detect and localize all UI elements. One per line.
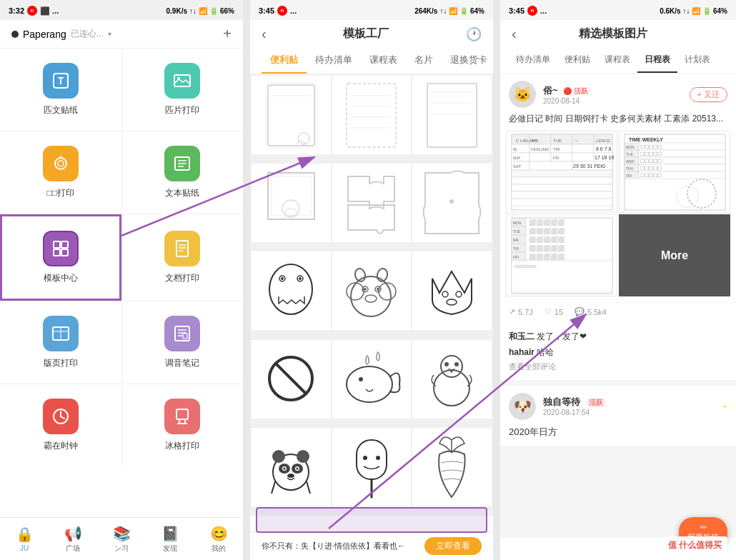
template-4[interactable] [252,164,331,242]
s3-tab-daily[interactable]: 日程表 [637,48,677,73]
svg-text:IE: IE [513,147,517,151]
action-like[interactable]: ♡ 15 [544,307,563,316]
action-share[interactable]: ↗ 5.7J [509,307,533,316]
template-thumb-3[interactable]: MON TUE WE TIR FRI ⬜⬜⬜⬜⬜ ⬜⬜⬜⬜⬜ [506,214,617,296]
template-6[interactable] [412,164,492,242]
template-8[interactable] [332,251,412,330]
back-button[interactable]: ‹ [262,26,267,42]
template-7[interactable] [252,251,331,330]
add-button[interactable]: + [223,26,232,42]
svg-rect-116 [572,153,594,161]
view-all-comments[interactable]: 查看全部评论 [509,360,727,374]
follow-button-1[interactable]: + 又迁 [690,87,727,102]
template-14[interactable] [332,428,412,506]
svg-rect-15 [176,241,188,256]
tab-sticker[interactable]: 便利贴 [262,48,307,74]
timestamp-2: 2020-08-17:54 [543,409,715,416]
svg-rect-125 [512,177,612,184]
action-comment[interactable]: 💬 5.5k4 [575,307,607,316]
post-2-header: 🐶 独自等待 活跃 2020-08-17:54 - [509,393,727,420]
svg-text:⬜⬜⬜⬜⬜: ⬜⬜⬜⬜⬜ [529,244,565,251]
svg-rect-127 [512,191,612,199]
post-1-comments: 和玉二 发了，发了❤ hahair 哈哈 查看全部评论 [500,324,736,380]
grid-item-page-print[interactable]: 版页打印 [0,301,121,384]
svg-rect-126 [512,184,612,191]
view-now-button[interactable]: 立即查看 [424,537,482,555]
template-thumb-1[interactable]: C LIBLARY NO. TUE --- LENCE IE FEELING T… [506,131,617,213]
template-thumb-2[interactable]: TIME WEEKLY MON ☐☐☐☐☐ TUE ☐☐☐☐☐ [619,131,730,213]
nav-item-home[interactable]: 🔒 JU [16,526,34,552]
clock-history-button[interactable]: 🕐 [466,26,482,42]
screen1-paperang: 3:32 n ⬛ ... 0.9K/s ↑↓ 📶 🔋 66% Paperang … [0,0,243,560]
username-1: 俗~ 🔴 活跃 [543,84,682,97]
grid-item-text-sticker2[interactable]: 文本贴纸 [122,131,244,214]
plaza-icon: 📢 [64,525,82,542]
s3-tab-plan[interactable]: 计划表 [677,48,717,73]
s1-logo: Paperang 已连心... ▾ [11,28,111,40]
tab-todo[interactable]: 待办清单 [307,48,361,74]
user-avatar-1: 🐱 [509,81,536,108]
s3-tab-todo[interactable]: 待办清单 [509,48,557,73]
svg-rect-121 [529,161,572,170]
svg-point-47 [285,209,297,216]
user-avatar-2: 🐶 [509,393,536,420]
template-thumb-more[interactable]: More [619,214,730,296]
grid-item-text-sticker[interactable]: T 匹文贴纸 [0,49,121,131]
s3-title: 精选模板图片 [579,26,647,41]
nav-item-discover[interactable]: 📓 发现 [161,525,179,554]
template-11[interactable] [332,340,412,419]
clock-label: 霸在时钟 [44,440,78,452]
grid-item-clock[interactable]: 霸在时钟 [0,384,121,466]
tab-card[interactable]: 名片 [406,48,442,74]
template-13[interactable] [252,428,331,506]
template-10[interactable] [252,340,331,419]
template-12[interactable] [412,340,492,419]
svg-text:LENCE: LENCE [596,139,610,143]
bookmark-button[interactable]: - [722,398,727,414]
template-grid [250,74,493,516]
timestamp-1: 2020-08-14 [543,97,682,105]
svg-text:☐☐☐☐☐: ☐☐☐☐☐ [640,173,662,178]
grid-item-ice-print[interactable]: 冰格打印 [122,384,244,466]
clock-icon [43,399,79,434]
ice-print-label: 冰格打印 [165,440,199,452]
svg-point-53 [299,277,302,280]
tab-schedule[interactable]: 课程表 [361,48,406,74]
template-center-label: 模板中心 [44,272,78,284]
template-5[interactable] [332,164,412,242]
template-15[interactable] [412,428,492,506]
template-2[interactable] [332,76,412,154]
s3-tab-schedule[interactable]: 课程表 [597,48,637,73]
back-button-s3[interactable]: ‹ [512,26,517,42]
svg-text:8  6  7  8: 8 6 7 8 [596,146,612,151]
nav-item-profile[interactable]: 😊 我的 [210,525,228,554]
grid-item-template-center[interactable]: 模板中心 [0,214,121,301]
tab-return[interactable]: 退换货卡 [442,48,493,74]
nav-item-plaza[interactable]: 📢 广场 [64,525,82,554]
svg-text:⬜⬜⬜⬜⬜: ⬜⬜⬜⬜⬜ [529,219,565,226]
s2-header: ‹ 模板工厂 🕐 [250,20,493,48]
template-3[interactable] [412,76,492,154]
status-time-1: 3:32 n ⬛ ... [9,6,59,16]
svg-text:⬜⬜⬜⬜⬜: ⬜⬜⬜⬜⬜ [529,236,565,243]
svg-text:TIR: TIR [553,147,560,151]
dropdown-chevron[interactable]: ▾ [108,30,111,38]
svg-text:☐☐☐☐☐: ☐☐☐☐☐ [640,151,662,156]
svg-point-66 [447,299,457,305]
svg-point-54 [351,276,391,316]
grid-item-photo-print[interactable]: 匹片打印 [122,49,244,131]
s3-tab-sticker[interactable]: 便利贴 [557,48,597,73]
home-icon: 🔒 [16,526,34,543]
grid-item-barcode[interactable]: □□打印 [0,131,121,214]
nav-item-practice[interactable]: 📚 ン习 [113,525,131,554]
main-grid: T 匹文贴纸 匹片打印 □□打印 文本贴纸 [0,49,243,466]
grid-item-audio-notes[interactable]: 调音笔记 [122,301,244,384]
logo-dot [11,31,19,38]
template-1[interactable] [252,76,331,154]
photo-print-icon [164,63,200,99]
template-9[interactable] [412,251,492,330]
svg-point-34 [298,133,309,144]
audio-notes-label: 调音笔记 [165,357,199,369]
grid-item-doc-print[interactable]: 文档打印 [122,214,244,301]
username-2: 独自等待 活跃 [543,396,715,409]
